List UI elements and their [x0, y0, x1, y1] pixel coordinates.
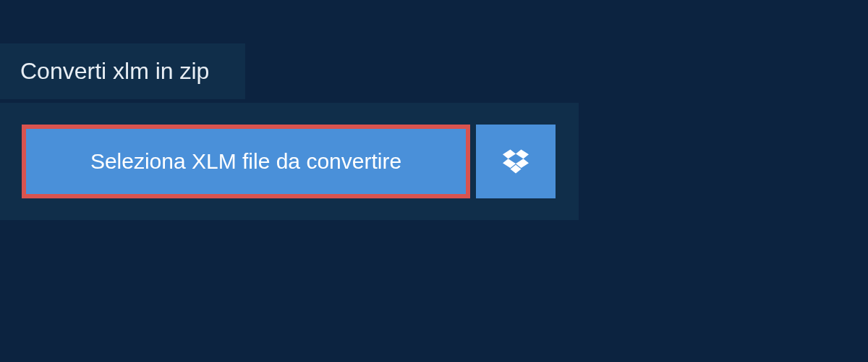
select-file-label: Seleziona XLM file da convertire	[90, 149, 401, 174]
tab-container: Converti xlm in zip	[0, 43, 245, 99]
button-row: Seleziona XLM file da convertire	[22, 125, 557, 198]
dropbox-button[interactable]	[476, 125, 556, 198]
tab-label: Converti xlm in zip	[20, 58, 209, 84]
dropbox-icon	[503, 149, 529, 174]
file-select-panel: Seleziona XLM file da convertire	[0, 103, 579, 220]
tab-convert[interactable]: Converti xlm in zip	[0, 43, 245, 99]
select-file-button[interactable]: Seleziona XLM file da convertire	[22, 125, 470, 198]
